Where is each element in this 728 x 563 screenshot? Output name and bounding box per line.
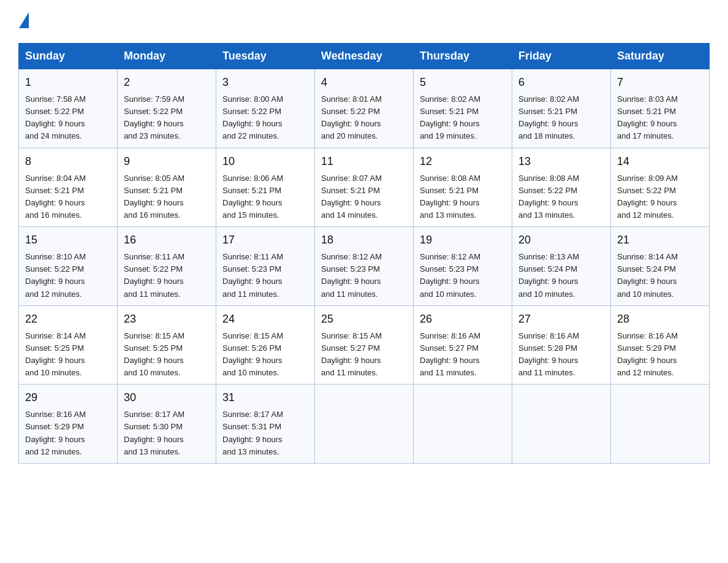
calendar-cell: 31Sunrise: 8:17 AMSunset: 5:31 PMDayligh… xyxy=(216,385,315,464)
day-info: Sunrise: 8:01 AMSunset: 5:22 PMDaylight:… xyxy=(321,93,407,143)
day-number: 18 xyxy=(321,232,407,248)
calendar-cell: 21Sunrise: 8:14 AMSunset: 5:24 PMDayligh… xyxy=(611,227,710,306)
day-number: 6 xyxy=(518,74,604,91)
calendar-cell: 26Sunrise: 8:16 AMSunset: 5:27 PMDayligh… xyxy=(414,305,512,385)
calendar-cell: 6Sunrise: 8:02 AMSunset: 5:21 PMDaylight… xyxy=(512,69,611,148)
day-number: 29 xyxy=(25,389,111,406)
calendar-cell: 29Sunrise: 8:16 AMSunset: 5:29 PMDayligh… xyxy=(19,385,118,464)
day-info: Sunrise: 8:03 AMSunset: 5:21 PMDaylight:… xyxy=(617,93,703,143)
day-number: 13 xyxy=(518,153,604,170)
day-info: Sunrise: 8:12 AMSunset: 5:23 PMDaylight:… xyxy=(420,251,506,301)
day-info: Sunrise: 8:17 AMSunset: 5:30 PMDaylight:… xyxy=(124,408,210,458)
calendar-week-row: 1Sunrise: 7:58 AMSunset: 5:22 PMDaylight… xyxy=(19,69,710,148)
calendar-week-row: 22Sunrise: 8:14 AMSunset: 5:25 PMDayligh… xyxy=(19,305,710,385)
col-header-thursday: Thursday xyxy=(414,44,512,69)
day-info: Sunrise: 8:02 AMSunset: 5:21 PMDaylight:… xyxy=(420,93,506,143)
calendar-cell: 28Sunrise: 8:16 AMSunset: 5:29 PMDayligh… xyxy=(611,305,710,385)
day-number: 12 xyxy=(420,153,506,170)
day-number: 2 xyxy=(124,74,210,91)
day-info: Sunrise: 7:58 AMSunset: 5:22 PMDaylight:… xyxy=(25,93,111,143)
day-info: Sunrise: 8:05 AMSunset: 5:21 PMDaylight:… xyxy=(124,172,210,222)
day-number: 3 xyxy=(222,74,308,91)
day-info: Sunrise: 8:16 AMSunset: 5:27 PMDaylight:… xyxy=(420,330,506,380)
day-number: 26 xyxy=(420,311,506,327)
day-info: Sunrise: 8:13 AMSunset: 5:24 PMDaylight:… xyxy=(518,251,604,301)
calendar-cell: 7Sunrise: 8:03 AMSunset: 5:21 PMDaylight… xyxy=(611,69,710,148)
day-info: Sunrise: 8:15 AMSunset: 5:26 PMDaylight:… xyxy=(222,330,308,380)
calendar-week-row: 15Sunrise: 8:10 AMSunset: 5:22 PMDayligh… xyxy=(19,227,710,306)
col-header-saturday: Saturday xyxy=(611,44,710,69)
day-info: Sunrise: 8:08 AMSunset: 5:22 PMDaylight:… xyxy=(518,172,604,222)
col-header-monday: Monday xyxy=(118,44,216,69)
day-info: Sunrise: 8:07 AMSunset: 5:21 PMDaylight:… xyxy=(321,172,407,222)
day-info: Sunrise: 8:11 AMSunset: 5:23 PMDaylight:… xyxy=(222,251,308,301)
day-number: 28 xyxy=(617,311,703,327)
day-number: 17 xyxy=(222,232,308,248)
calendar-cell: 1Sunrise: 7:58 AMSunset: 5:22 PMDaylight… xyxy=(19,69,118,148)
calendar-cell: 13Sunrise: 8:08 AMSunset: 5:22 PMDayligh… xyxy=(512,148,611,227)
day-number: 30 xyxy=(124,389,210,406)
calendar-cell: 14Sunrise: 8:09 AMSunset: 5:22 PMDayligh… xyxy=(611,148,710,227)
day-number: 5 xyxy=(420,74,506,91)
calendar-cell: 18Sunrise: 8:12 AMSunset: 5:23 PMDayligh… xyxy=(315,227,414,306)
calendar-cell: 8Sunrise: 8:04 AMSunset: 5:21 PMDaylight… xyxy=(19,148,118,227)
day-number: 4 xyxy=(321,74,407,91)
day-number: 11 xyxy=(321,153,407,170)
day-number: 21 xyxy=(617,232,703,248)
day-info: Sunrise: 8:00 AMSunset: 5:22 PMDaylight:… xyxy=(222,93,308,143)
day-number: 10 xyxy=(222,153,308,170)
day-number: 24 xyxy=(222,311,308,327)
day-number: 19 xyxy=(420,232,506,248)
calendar-cell: 10Sunrise: 8:06 AMSunset: 5:21 PMDayligh… xyxy=(216,148,315,227)
calendar-cell: 4Sunrise: 8:01 AMSunset: 5:22 PMDaylight… xyxy=(315,69,414,148)
day-info: Sunrise: 8:14 AMSunset: 5:24 PMDaylight:… xyxy=(617,251,703,301)
day-info: Sunrise: 8:06 AMSunset: 5:21 PMDaylight:… xyxy=(222,172,308,222)
day-info: Sunrise: 8:12 AMSunset: 5:23 PMDaylight:… xyxy=(321,251,407,301)
day-info: Sunrise: 8:02 AMSunset: 5:21 PMDaylight:… xyxy=(518,93,604,143)
col-header-friday: Friday xyxy=(512,44,611,69)
day-info: Sunrise: 8:16 AMSunset: 5:29 PMDaylight:… xyxy=(617,330,703,380)
day-info: Sunrise: 8:15 AMSunset: 5:27 PMDaylight:… xyxy=(321,330,407,380)
day-number: 14 xyxy=(617,153,703,170)
calendar-cell: 9Sunrise: 8:05 AMSunset: 5:21 PMDaylight… xyxy=(118,148,216,227)
day-number: 22 xyxy=(25,311,111,327)
day-number: 25 xyxy=(321,311,407,327)
calendar-cell: 23Sunrise: 8:15 AMSunset: 5:25 PMDayligh… xyxy=(118,305,216,385)
calendar-cell: 19Sunrise: 8:12 AMSunset: 5:23 PMDayligh… xyxy=(414,227,512,306)
day-info: Sunrise: 8:15 AMSunset: 5:25 PMDaylight:… xyxy=(124,330,210,380)
calendar-cell: 11Sunrise: 8:07 AMSunset: 5:21 PMDayligh… xyxy=(315,148,414,227)
calendar-cell: 27Sunrise: 8:16 AMSunset: 5:28 PMDayligh… xyxy=(512,305,611,385)
calendar-cell: 12Sunrise: 8:08 AMSunset: 5:21 PMDayligh… xyxy=(414,148,512,227)
calendar-cell: 15Sunrise: 8:10 AMSunset: 5:22 PMDayligh… xyxy=(19,227,118,306)
calendar-cell: 2Sunrise: 7:59 AMSunset: 5:22 PMDaylight… xyxy=(118,69,216,148)
calendar-cell: 16Sunrise: 8:11 AMSunset: 5:22 PMDayligh… xyxy=(118,227,216,306)
calendar-cell: 25Sunrise: 8:15 AMSunset: 5:27 PMDayligh… xyxy=(315,305,414,385)
calendar-cell: 3Sunrise: 8:00 AMSunset: 5:22 PMDaylight… xyxy=(216,69,315,148)
calendar-cell: 5Sunrise: 8:02 AMSunset: 5:21 PMDaylight… xyxy=(414,69,512,148)
day-info: Sunrise: 8:04 AMSunset: 5:21 PMDaylight:… xyxy=(25,172,111,222)
day-info: Sunrise: 8:09 AMSunset: 5:22 PMDaylight:… xyxy=(617,172,703,222)
calendar-cell: 20Sunrise: 8:13 AMSunset: 5:24 PMDayligh… xyxy=(512,227,611,306)
calendar-header-row: SundayMondayTuesdayWednesdayThursdayFrid… xyxy=(19,44,710,69)
col-header-tuesday: Tuesday xyxy=(216,44,315,69)
logo-arrow-icon xyxy=(19,12,29,28)
logo xyxy=(18,12,29,31)
calendar-cell xyxy=(414,385,512,464)
day-info: Sunrise: 8:16 AMSunset: 5:29 PMDaylight:… xyxy=(25,408,111,458)
day-info: Sunrise: 8:16 AMSunset: 5:28 PMDaylight:… xyxy=(518,330,604,380)
day-info: Sunrise: 8:14 AMSunset: 5:25 PMDaylight:… xyxy=(25,330,111,380)
day-info: Sunrise: 8:17 AMSunset: 5:31 PMDaylight:… xyxy=(222,408,308,458)
col-header-wednesday: Wednesday xyxy=(315,44,414,69)
calendar-cell xyxy=(611,385,710,464)
calendar-week-row: 29Sunrise: 8:16 AMSunset: 5:29 PMDayligh… xyxy=(19,385,710,464)
day-info: Sunrise: 8:10 AMSunset: 5:22 PMDaylight:… xyxy=(25,251,111,301)
calendar-week-row: 8Sunrise: 8:04 AMSunset: 5:21 PMDaylight… xyxy=(19,148,710,227)
calendar-cell: 17Sunrise: 8:11 AMSunset: 5:23 PMDayligh… xyxy=(216,227,315,306)
calendar-cell xyxy=(512,385,611,464)
day-number: 23 xyxy=(124,311,210,327)
page-header xyxy=(18,12,710,31)
calendar-cell: 22Sunrise: 8:14 AMSunset: 5:25 PMDayligh… xyxy=(19,305,118,385)
day-number: 1 xyxy=(25,74,111,91)
day-number: 8 xyxy=(25,153,111,170)
calendar-cell: 30Sunrise: 8:17 AMSunset: 5:30 PMDayligh… xyxy=(118,385,216,464)
